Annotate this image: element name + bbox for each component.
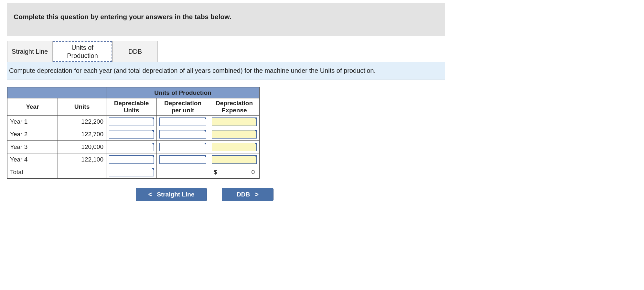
header-units: Units (58, 98, 106, 116)
tab-label: Units of Production (56, 44, 109, 60)
instruction-banner: Complete this question by entering your … (7, 3, 445, 36)
cell-depreciation-expense[interactable] (209, 141, 260, 153)
table-row: Year 3 120,000 (7, 141, 260, 153)
tab-label: Straight Line (12, 48, 48, 55)
table-title-blank (7, 87, 106, 98)
table-row: Year 4 122,100 (7, 153, 260, 166)
cell-units: 122,100 (58, 153, 106, 166)
table-row-total: Total $ 0 (7, 166, 260, 179)
cell-depreciable-units[interactable] (106, 128, 157, 141)
cell-depreciation-per-unit[interactable] (157, 116, 209, 128)
tabs-bar: Straight Line Units of Production DDB (7, 41, 445, 62)
tab-ddb[interactable]: DDB (113, 41, 158, 62)
cell-depreciation-per-unit[interactable] (157, 141, 209, 153)
cell-year: Year 4 (7, 153, 58, 166)
header-year: Year (7, 98, 58, 116)
cell-depreciable-units[interactable] (106, 116, 157, 128)
tab-label: DDB (128, 48, 142, 55)
cell-depreciation-expense[interactable] (209, 153, 260, 166)
table-title: Units of Production (106, 87, 260, 98)
cell-total-depreciable-units[interactable] (106, 166, 157, 179)
next-button-label: DDB (237, 191, 250, 198)
cell-year: Year 1 (7, 116, 58, 128)
sub-instruction: Compute depreciation for each year (and … (7, 62, 445, 80)
chevron-left-icon: < (148, 190, 153, 199)
cell-depreciable-units[interactable] (106, 141, 157, 153)
cell-units: 120,000 (58, 141, 106, 153)
total-currency: $ (214, 169, 217, 176)
nav-buttons: < Straight Line DDB > (136, 188, 445, 201)
cell-depreciation-expense[interactable] (209, 116, 260, 128)
tab-straight-line[interactable]: Straight Line (7, 41, 52, 62)
cell-units: 122,700 (58, 128, 106, 141)
cell-total-units (58, 166, 106, 179)
cell-depreciation-per-unit[interactable] (157, 128, 209, 141)
cell-year: Year 2 (7, 128, 58, 141)
chevron-right-icon: > (254, 190, 259, 199)
header-depreciation-per-unit: Depreciation per unit (157, 98, 209, 116)
depreciation-table: Units of Production Year Units Depreciab… (7, 87, 260, 179)
header-depreciable-units: Depreciable Units (106, 98, 157, 116)
cell-total-depreciation-expense: $ 0 (209, 166, 260, 179)
cell-year: Year 3 (7, 141, 58, 153)
cell-total-label: Total (7, 166, 58, 179)
table-row: Year 2 122,700 (7, 128, 260, 141)
cell-depreciable-units[interactable] (106, 153, 157, 166)
next-button[interactable]: DDB > (222, 188, 274, 201)
tab-units-of-production[interactable]: Units of Production (52, 41, 113, 62)
total-value: 0 (251, 169, 255, 176)
cell-depreciation-per-unit[interactable] (157, 153, 209, 166)
header-depreciation-expense: Depreciation Expense (209, 98, 260, 116)
table-row: Year 1 122,200 (7, 116, 260, 128)
prev-button-label: Straight Line (157, 191, 194, 198)
cell-units: 122,200 (58, 116, 106, 128)
cell-total-depreciation-per-unit (157, 166, 209, 179)
cell-depreciation-expense[interactable] (209, 128, 260, 141)
prev-button[interactable]: < Straight Line (136, 188, 207, 201)
